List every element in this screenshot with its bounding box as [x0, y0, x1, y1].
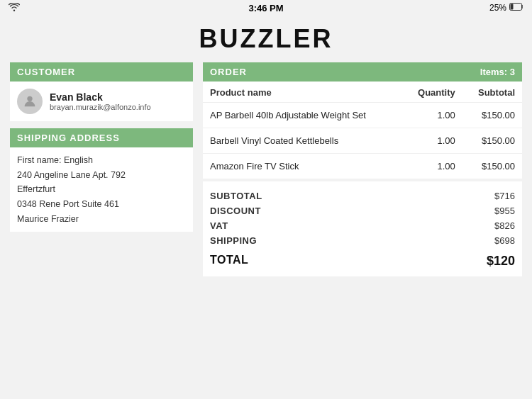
- summary-vat: VAT $826: [210, 218, 515, 233]
- subtotal-value: $716: [494, 191, 515, 201]
- columns-layout: CUSTOMER Evan Black brayan.murazik@alfon…: [10, 62, 522, 276]
- customer-info: Evan Black brayan.murazik@alfonzo.info: [50, 91, 151, 111]
- summary-section: SUBTOTAL $716 DISCOUNT $955 VAT $826 SHI…: [203, 181, 522, 276]
- shipping-line-5: Maurice Frazier: [17, 212, 186, 227]
- product-subtotal: $150.00: [462, 154, 522, 179]
- status-time: 3:46 PM: [248, 3, 283, 13]
- col-subtotal: Subtotal: [462, 82, 522, 103]
- product-subtotal: $150.00: [462, 128, 522, 154]
- product-quantity: 1.00: [402, 103, 462, 128]
- svg-point-2: [27, 96, 32, 101]
- table-row: AP Barbell 40lb Adjustable Weight Set 1.…: [203, 103, 522, 128]
- total-value: $120: [487, 254, 515, 269]
- shipping-card: First name: English 240 Angeline Lane Ap…: [10, 147, 193, 232]
- product-subtotal: $150.00: [462, 103, 522, 128]
- wifi-icon: [9, 3, 20, 13]
- order-table: Product name Quantity Subtotal AP Barbel…: [203, 82, 522, 179]
- customer-section-header: CUSTOMER: [10, 62, 193, 82]
- shipping-line-3: Effertzfurt: [17, 182, 186, 197]
- order-items-count: Items: 3: [473, 62, 522, 82]
- summary-shipping: SHIPPING $698: [210, 233, 515, 248]
- product-quantity: 1.00: [402, 154, 462, 179]
- svg-rect-1: [511, 4, 514, 10]
- customer-card: Evan Black brayan.murazik@alfonzo.info: [10, 82, 193, 121]
- table-row: Amazon Fire TV Stick 1.00 $150.00: [203, 154, 522, 179]
- vat-value: $826: [494, 220, 515, 231]
- vat-label: VAT: [210, 220, 228, 231]
- main-content: BUZZLER CUSTOMER Evan Black brayan.muraz…: [0, 16, 532, 283]
- table-header-row: Product name Quantity Subtotal: [203, 82, 522, 103]
- discount-label: DISCOUNT: [210, 206, 261, 216]
- shipping-section-header: SHIPPING ADDRESS: [10, 128, 193, 147]
- shipping-value: $698: [494, 235, 515, 246]
- subtotal-label: SUBTOTAL: [210, 191, 262, 201]
- col-product: Product name: [203, 82, 402, 103]
- left-column: CUSTOMER Evan Black brayan.murazik@alfon…: [10, 62, 193, 276]
- customer-name: Evan Black: [50, 91, 151, 103]
- summary-total: TOTAL $120: [210, 249, 515, 271]
- product-name: Amazon Fire TV Stick: [203, 154, 402, 179]
- product-name: AP Barbell 40lb Adjustable Weight Set: [203, 103, 402, 128]
- battery-percent: 25%: [489, 3, 506, 13]
- order-section-header: ORDER: [203, 62, 473, 82]
- table-row: Barbell Vinyl Coated Kettlebells 1.00 $1…: [203, 128, 522, 154]
- person-icon: [22, 94, 38, 109]
- app-title: BUZZLER: [10, 18, 522, 62]
- shipping-line-1: First name: English: [17, 153, 186, 168]
- status-bar: 3:46 PM 25%: [0, 0, 532, 16]
- battery-icon: [509, 3, 523, 13]
- shipping-line-4: 0348 Rene Port Suite 461: [17, 197, 186, 212]
- status-bar-right: 25%: [489, 3, 523, 13]
- right-column: ORDER Items: 3 Product name Quantity Sub…: [203, 62, 522, 276]
- summary-subtotal: SUBTOTAL $716: [210, 189, 515, 203]
- discount-value: $955: [494, 206, 515, 216]
- shipping-line-2: 240 Angeline Lane Apt. 792: [17, 168, 186, 183]
- col-quantity: Quantity: [402, 82, 462, 103]
- summary-discount: DISCOUNT $955: [210, 203, 515, 218]
- shipping-label: SHIPPING: [210, 235, 257, 246]
- product-quantity: 1.00: [402, 128, 462, 154]
- product-name: Barbell Vinyl Coated Kettlebells: [203, 128, 402, 154]
- order-header-wrapper: ORDER Items: 3: [203, 62, 522, 82]
- avatar: [17, 89, 43, 114]
- status-bar-left: [9, 3, 20, 13]
- customer-email: brayan.murazik@alfonzo.info: [50, 103, 151, 111]
- total-label: TOTAL: [210, 254, 248, 269]
